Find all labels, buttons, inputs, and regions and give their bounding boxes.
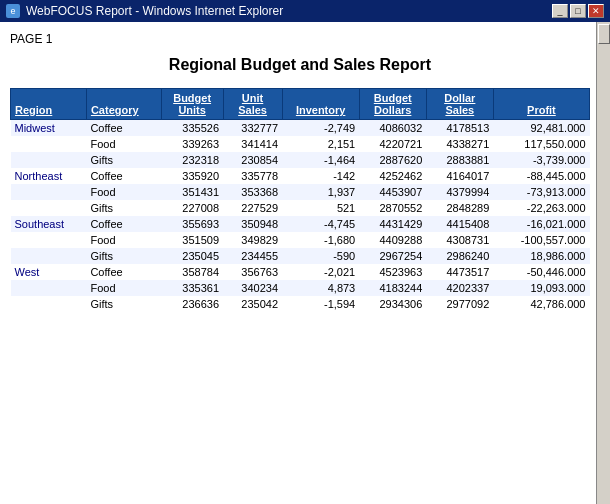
col-header-budget_dollars: BudgetDollars	[359, 89, 426, 120]
table-row: Food3353613402344,8734183244420233719,09…	[11, 280, 590, 296]
col-header-category: Category	[86, 89, 161, 120]
cell-unit_sales: 335778	[223, 168, 282, 184]
cell-category: Food	[86, 136, 161, 152]
cell-unit_sales: 227529	[223, 200, 282, 216]
cell-budget_dollars: 2887620	[359, 152, 426, 168]
cell-region	[11, 248, 87, 264]
cell-budget_units: 355693	[161, 216, 223, 232]
cell-budget_dollars: 4431429	[359, 216, 426, 232]
cell-category: Food	[86, 232, 161, 248]
cell-budget_dollars: 4220721	[359, 136, 426, 152]
cell-profit: 18,986.000	[493, 248, 589, 264]
cell-region	[11, 136, 87, 152]
cell-inventory: -2,021	[282, 264, 359, 280]
report-title: Regional Budget and Sales Report	[10, 56, 590, 74]
window-title: WebFOCUS Report - Windows Internet Explo…	[26, 4, 283, 18]
cell-unit_sales: 350948	[223, 216, 282, 232]
cell-unit_sales: 235042	[223, 296, 282, 312]
cell-budget_units: 335526	[161, 120, 223, 137]
cell-budget_units: 351509	[161, 232, 223, 248]
cell-inventory: -2,749	[282, 120, 359, 137]
report-table: RegionCategoryBudgetUnitsUnitSalesInvent…	[10, 88, 590, 312]
cell-category: Coffee	[86, 120, 161, 137]
col-header-budget_units: BudgetUnits	[161, 89, 223, 120]
cell-budget_dollars: 2967254	[359, 248, 426, 264]
cell-region: Midwest	[11, 120, 87, 137]
cell-budget_units: 335920	[161, 168, 223, 184]
table-row: MidwestCoffee335526332777-2,749408603241…	[11, 120, 590, 137]
cell-profit: -88,445.000	[493, 168, 589, 184]
cell-budget_units: 235045	[161, 248, 223, 264]
cell-category: Gifts	[86, 152, 161, 168]
cell-unit_sales: 341414	[223, 136, 282, 152]
cell-budget_dollars: 4183244	[359, 280, 426, 296]
cell-category: Gifts	[86, 200, 161, 216]
cell-profit: -22,263.000	[493, 200, 589, 216]
cell-inventory: 2,151	[282, 136, 359, 152]
cell-budget_dollars: 4453907	[359, 184, 426, 200]
cell-inventory: -590	[282, 248, 359, 264]
cell-dollar_sales: 2986240	[426, 248, 493, 264]
cell-dollar_sales: 4178513	[426, 120, 493, 137]
cell-budget_units: 358784	[161, 264, 223, 280]
maximize-button[interactable]: □	[570, 4, 586, 18]
cell-dollar_sales: 2848289	[426, 200, 493, 216]
cell-budget_dollars: 4409288	[359, 232, 426, 248]
cell-profit: 117,550.000	[493, 136, 589, 152]
cell-inventory: 1,937	[282, 184, 359, 200]
cell-profit: 92,481.000	[493, 120, 589, 137]
minimize-button[interactable]: _	[552, 4, 568, 18]
cell-unit_sales: 332777	[223, 120, 282, 137]
table-row: Food351509349829-1,68044092884308731-100…	[11, 232, 590, 248]
cell-unit_sales: 356763	[223, 264, 282, 280]
page-label: PAGE 1	[10, 32, 590, 46]
cell-inventory: -142	[282, 168, 359, 184]
cell-dollar_sales: 4379994	[426, 184, 493, 200]
cell-budget_units: 236636	[161, 296, 223, 312]
cell-region	[11, 184, 87, 200]
table-row: Gifts22700822752952128705522848289-22,26…	[11, 200, 590, 216]
cell-budget_units: 227008	[161, 200, 223, 216]
table-row: NortheastCoffee335920335778-142425246241…	[11, 168, 590, 184]
window-icon: e	[6, 4, 20, 18]
cell-budget_dollars: 4252462	[359, 168, 426, 184]
cell-inventory: -4,745	[282, 216, 359, 232]
cell-category: Food	[86, 280, 161, 296]
cell-inventory: -1,464	[282, 152, 359, 168]
cell-category: Coffee	[86, 264, 161, 280]
cell-category: Gifts	[86, 296, 161, 312]
cell-budget_units: 339263	[161, 136, 223, 152]
col-header-unit_sales: UnitSales	[223, 89, 282, 120]
cell-unit_sales: 234455	[223, 248, 282, 264]
cell-budget_dollars: 4086032	[359, 120, 426, 137]
col-header-inventory: Inventory	[282, 89, 359, 120]
cell-budget_dollars: 4523963	[359, 264, 426, 280]
cell-budget_dollars: 2870552	[359, 200, 426, 216]
cell-dollar_sales: 4473517	[426, 264, 493, 280]
cell-category: Coffee	[86, 216, 161, 232]
cell-region	[11, 200, 87, 216]
window-chrome: e WebFOCUS Report - Windows Internet Exp…	[0, 0, 610, 22]
cell-dollar_sales: 4164017	[426, 168, 493, 184]
cell-dollar_sales: 4415408	[426, 216, 493, 232]
cell-inventory: -1,680	[282, 232, 359, 248]
cell-dollar_sales: 2977092	[426, 296, 493, 312]
cell-region	[11, 296, 87, 312]
cell-category: Food	[86, 184, 161, 200]
cell-profit: -50,446.000	[493, 264, 589, 280]
table-row: Gifts236636235042-1,5942934306297709242,…	[11, 296, 590, 312]
col-header-dollar_sales: DollarSales	[426, 89, 493, 120]
close-button[interactable]: ✕	[588, 4, 604, 18]
cell-inventory: 4,873	[282, 280, 359, 296]
cell-category: Coffee	[86, 168, 161, 184]
col-header-region: Region	[11, 89, 87, 120]
cell-region: Northeast	[11, 168, 87, 184]
cell-dollar_sales: 4308731	[426, 232, 493, 248]
cell-unit_sales: 230854	[223, 152, 282, 168]
cell-unit_sales: 340234	[223, 280, 282, 296]
table-row: SoutheastCoffee355693350948-4,7454431429…	[11, 216, 590, 232]
cell-budget_units: 232318	[161, 152, 223, 168]
cell-region: West	[11, 264, 87, 280]
table-row: Food3514313533681,93744539074379994-73,9…	[11, 184, 590, 200]
cell-profit: -73,913.000	[493, 184, 589, 200]
